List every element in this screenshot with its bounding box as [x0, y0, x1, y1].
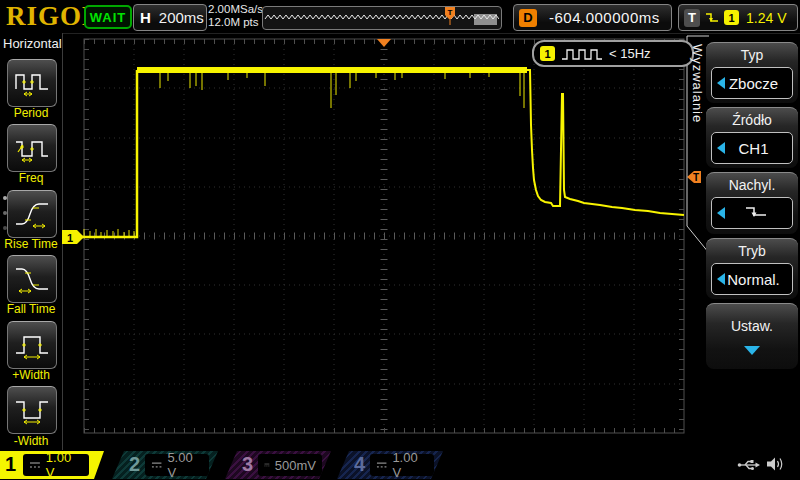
- chevron-left-icon: [717, 273, 725, 285]
- nachyl-value-box: [711, 197, 793, 229]
- oscilloscope-screen: { "top_bar": { "logo": "RIGOL", "run_sta…: [0, 0, 800, 480]
- typ-label: Typ: [706, 47, 798, 63]
- tryb-label: Tryb: [706, 243, 798, 259]
- trigger-menu-tab: Wyzwalanie: [690, 44, 705, 123]
- ch1-falling-tail: [527, 70, 684, 215]
- nachyl-label: Nachyl.: [706, 177, 798, 193]
- chevron-left-icon: [717, 77, 725, 89]
- channel-2-scale: 5.00 V: [167, 450, 203, 480]
- channel-1-number: 1: [5, 453, 16, 476]
- usb-icon: [737, 457, 761, 473]
- falling-edge-icon: [725, 204, 786, 223]
- menu-item-nachyl[interactable]: Nachyl.: [706, 172, 798, 234]
- dc-coupling-icon: [29, 460, 41, 470]
- channel-1-badge[interactable]: 1 1.00 V: [0, 451, 104, 479]
- channel-4-scale: 1.00 V: [392, 450, 428, 480]
- ch1-ground-marker[interactable]: 1: [62, 230, 84, 244]
- trigger-position-marker-icon[interactable]: [377, 39, 391, 47]
- channel-3-scale: 500mV: [275, 458, 316, 473]
- channel-1-scale: 1.00 V: [46, 450, 83, 480]
- chevron-down-icon: [744, 346, 760, 355]
- ch1-waveform-trace: [80, 70, 684, 237]
- channel-status-bar: 1 1.00 V 2 5.00 V 3 500mV 4: [0, 450, 800, 480]
- typ-value: Zbocze: [725, 75, 782, 92]
- channel-4-badge[interactable]: 4 1.00 V: [337, 451, 443, 479]
- tryb-value: Normal.: [725, 271, 782, 288]
- ch1-ground-marker-number: 1: [67, 232, 73, 244]
- zrodlo-value: CH1: [725, 140, 782, 157]
- graticule-and-waveform: 1 T: [0, 0, 800, 480]
- typ-value-box: Zbocze: [711, 67, 793, 99]
- channel-3-settings: 500mV: [258, 454, 322, 476]
- chevron-left-icon: [717, 142, 725, 154]
- speaker-icon: [765, 455, 785, 473]
- channel-2-badge[interactable]: 2 5.00 V: [112, 451, 218, 479]
- channel-3-badge[interactable]: 3 500mV: [225, 451, 331, 479]
- trigger-frequency-value: < 15Hz: [609, 46, 651, 61]
- graticule: [84, 39, 684, 433]
- channel-4-settings: 1.00 V: [370, 454, 434, 476]
- channel-3-number: 3: [242, 453, 253, 476]
- dc-coupling-icon: [151, 460, 162, 470]
- ch1-glitch-spikes: [160, 72, 524, 108]
- menu-item-typ[interactable]: Typ Zbocze: [706, 42, 798, 103]
- menu-item-tryb[interactable]: Tryb Normal.: [706, 238, 798, 299]
- channel-4-number: 4: [354, 453, 365, 476]
- square-wave-icon: [561, 47, 603, 61]
- trigger-level-marker[interactable]: T: [687, 171, 701, 183]
- ch1-main-trace: [80, 70, 137, 237]
- channel-1-settings: 1.00 V: [23, 454, 89, 476]
- tryb-value-box: Normal.: [711, 263, 793, 295]
- chevron-left-icon: [717, 207, 725, 219]
- trigger-level-marker-letter: T: [693, 172, 699, 183]
- ch1-low-noise: [84, 229, 134, 236]
- zrodlo-value-box: CH1: [711, 132, 793, 164]
- dc-coupling-icon: [376, 460, 387, 470]
- dc-coupling-icon: [264, 460, 270, 470]
- menu-item-zrodlo[interactable]: Źródło CH1: [706, 107, 798, 168]
- trigger-frequency-popup: 1 < 15Hz: [532, 40, 694, 67]
- channel-2-number: 2: [129, 453, 140, 476]
- channel-2-settings: 5.00 V: [145, 454, 209, 476]
- popup-channel-badge: 1: [540, 46, 555, 61]
- zrodlo-label: Źródło: [706, 112, 798, 128]
- menu-item-ustaw[interactable]: Ustaw.: [706, 303, 798, 369]
- ustaw-label: Ustaw.: [706, 318, 798, 334]
